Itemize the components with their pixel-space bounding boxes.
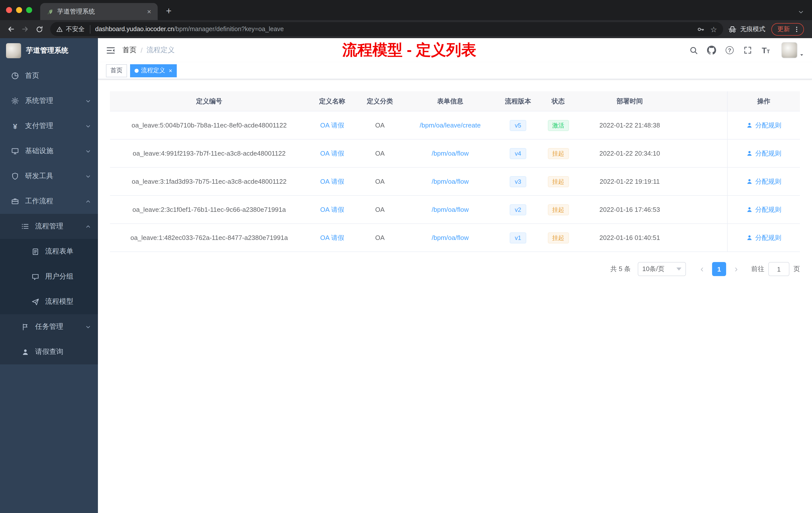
tab-search-chevron-icon[interactable] xyxy=(798,9,804,15)
sidebar-item-payment[interactable]: ¥ 支付管理 xyxy=(0,114,98,139)
sidebar-item-label: 基础设施 xyxy=(25,147,79,156)
page-size-select[interactable]: 10条/页 xyxy=(638,262,686,276)
pagination: 共 5 条 10条/页 ‹ 1 › 前往 页 xyxy=(110,262,800,276)
cell-category: OA xyxy=(356,234,404,241)
definition-name-link[interactable]: OA 请假 xyxy=(320,177,344,185)
definition-name-link[interactable]: OA 请假 xyxy=(320,234,344,241)
assign-rule-link[interactable]: 分配规则 xyxy=(746,121,781,130)
reload-button[interactable] xyxy=(32,22,46,36)
browser-tab[interactable]: 芋道管理系统 × xyxy=(40,3,158,20)
user-avatar-menu[interactable] xyxy=(781,42,804,58)
page-1-button[interactable]: 1 xyxy=(712,262,726,276)
status-badge: 挂起 xyxy=(548,176,569,187)
sidebar-logo[interactable]: 芋道管理系统 xyxy=(0,38,98,63)
assign-rule-link[interactable]: 分配规则 xyxy=(746,149,781,158)
cell-deploy-time: 2022-01-22 20:34:10 xyxy=(577,150,683,157)
address-bar[interactable]: 不安全 dashboard.yudao.iocoder.cn/bpm/manag… xyxy=(50,22,723,36)
chevron-up-icon xyxy=(85,223,91,229)
sidebar-item-label: 系统管理 xyxy=(25,96,79,105)
forward-button[interactable] xyxy=(18,22,32,36)
tag-close-icon[interactable]: × xyxy=(169,67,172,74)
dashboard-icon xyxy=(11,72,19,80)
status-badge: 挂起 xyxy=(548,204,569,215)
sidebar-item-leave-query[interactable]: 请假查询 xyxy=(0,339,98,364)
flag-icon xyxy=(21,323,29,331)
cell-definition-id: oa_leave:2:3c1f0ef1-76b1-11ec-9c66-a2380… xyxy=(110,206,308,213)
send-icon xyxy=(31,298,39,306)
form-info-link[interactable]: /bpm/oa/flow xyxy=(432,178,468,185)
chevron-down-icon xyxy=(85,148,91,154)
list-icon xyxy=(21,222,29,231)
sidebar-item-process-management[interactable]: 流程管理 xyxy=(0,214,98,239)
page-annotation: 流程模型 - 定义列表 xyxy=(342,40,476,60)
person-icon xyxy=(746,178,753,185)
page-size-value: 10条/页 xyxy=(642,265,664,274)
help-icon[interactable]: ? xyxy=(725,46,734,55)
sidebar-item-task-management[interactable]: 任务管理 xyxy=(0,314,98,339)
warning-icon xyxy=(56,26,63,32)
sidebar-item-infrastructure[interactable]: 基础设施 xyxy=(0,139,98,163)
navbar-right-icons: ? TT xyxy=(689,42,804,58)
version-badge: v5 xyxy=(510,120,526,131)
bookmark-star-icon[interactable]: ☆ xyxy=(710,25,717,33)
definition-table: 定义编号 定义名称 定义分类 表单信息 流程版本 状态 部署时间 操作 oa_l… xyxy=(110,91,800,252)
form-info-link[interactable]: /bpm/oa/flow xyxy=(432,206,468,213)
sidebar: 芋道管理系统 首页 系统管理 ¥ 支付管理 基础设施 xyxy=(0,38,98,513)
active-tag-dot xyxy=(135,68,139,72)
browser-update-button[interactable]: 更新 xyxy=(771,23,804,35)
definition-name-link[interactable]: OA 请假 xyxy=(320,149,344,157)
sidebar-item-label: 流程模型 xyxy=(45,297,91,306)
back-button[interactable] xyxy=(4,22,18,36)
url-path: /bpm/manager/definition?key=oa_leave xyxy=(174,26,284,33)
breadcrumb-home[interactable]: 首页 xyxy=(122,46,137,55)
url-host: dashboard.yudao.iocoder.cn xyxy=(95,26,174,33)
sidebar-item-devtools[interactable]: 研发工具 xyxy=(0,163,98,189)
sidebar-item-system[interactable]: 系统管理 xyxy=(0,88,98,114)
assign-rule-link[interactable]: 分配规则 xyxy=(746,177,781,186)
column-header-spacer xyxy=(683,91,727,111)
form-info-link[interactable]: /bpm/oa/leave/create xyxy=(420,121,481,129)
browser-menu-icon[interactable] xyxy=(793,26,800,32)
sidebar-item-workflow[interactable]: 工作流程 xyxy=(0,189,98,214)
caret-down-icon xyxy=(800,53,804,57)
font-size-icon[interactable]: TT xyxy=(761,46,770,55)
new-tab-button[interactable]: + xyxy=(162,4,176,18)
definition-name-link[interactable]: OA 请假 xyxy=(320,206,344,213)
password-key-icon[interactable] xyxy=(697,25,704,33)
update-label: 更新 xyxy=(777,25,790,33)
prev-page-button[interactable]: ‹ xyxy=(695,262,709,276)
cell-definition-id: oa_leave:4:991f2193-7b7f-11ec-a3c8-acde4… xyxy=(110,150,308,157)
incognito-icon xyxy=(728,25,737,33)
goto-page-input[interactable] xyxy=(768,262,789,276)
form-icon xyxy=(31,247,39,255)
sidebar-item-process-model[interactable]: 流程模型 xyxy=(0,289,98,314)
cell-definition-id: oa_leave:5:004b710b-7b8a-11ec-8ef0-acde4… xyxy=(110,121,308,129)
sidebar-item-user-group[interactable]: 用户分组 xyxy=(0,264,98,289)
person-icon xyxy=(746,122,753,128)
site-security-info[interactable]: 不安全 xyxy=(56,25,90,33)
assign-rule-link[interactable]: 分配规则 xyxy=(746,205,781,214)
next-page-button[interactable]: › xyxy=(729,262,743,276)
cell-category: OA xyxy=(356,121,404,129)
window-zoom-button[interactable] xyxy=(26,7,32,13)
search-icon[interactable] xyxy=(689,46,698,55)
tag-home[interactable]: 首页 xyxy=(106,64,127,77)
sidebar-item-process-form[interactable]: 流程表单 xyxy=(0,239,98,264)
form-info-link[interactable]: /bpm/oa/flow xyxy=(432,234,468,241)
window-close-button[interactable] xyxy=(6,7,12,13)
form-info-link[interactable]: /bpm/oa/flow xyxy=(432,150,468,157)
sidebar-item-label: 支付管理 xyxy=(25,121,79,130)
definition-name-link[interactable]: OA 请假 xyxy=(320,121,344,129)
fullscreen-icon[interactable] xyxy=(743,46,752,55)
sidebar-collapse-icon[interactable] xyxy=(106,46,116,55)
tab-close-icon[interactable]: × xyxy=(145,7,154,16)
github-icon[interactable] xyxy=(707,46,716,55)
browser-toolbar: 不安全 dashboard.yudao.iocoder.cn/bpm/manag… xyxy=(0,20,812,38)
column-header-definition-id: 定义编号 xyxy=(110,97,308,105)
assign-rule-link[interactable]: 分配规则 xyxy=(746,233,781,242)
shield-icon xyxy=(11,172,19,180)
sidebar-item-home[interactable]: 首页 xyxy=(0,63,98,88)
table-row: oa_leave:2:3c1f0ef1-76b1-11ec-9c66-a2380… xyxy=(110,196,800,224)
window-minimize-button[interactable] xyxy=(16,7,22,13)
tag-process-definition[interactable]: 流程定义 × xyxy=(130,64,177,77)
